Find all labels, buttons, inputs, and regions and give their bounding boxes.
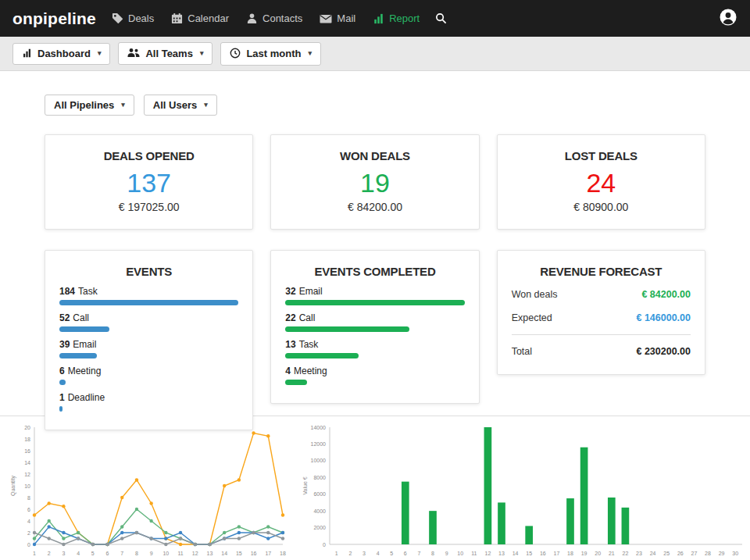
forecast-total-row: Total € 230200.00 [512, 340, 691, 363]
svg-text:12: 12 [24, 472, 30, 477]
svg-text:6: 6 [404, 551, 407, 556]
search-button[interactable] [435, 12, 447, 24]
event-bar [285, 326, 409, 332]
event-type: Task [299, 339, 319, 350]
calendar-icon [171, 12, 183, 24]
events-card: EVENTS 184Task 52Call 39Email 6Meeting [45, 250, 253, 430]
forecast-value: € 84200.00 [641, 289, 691, 300]
svg-text:1: 1 [335, 551, 338, 556]
event-type: Meeting [68, 366, 102, 376]
svg-text:23: 23 [637, 551, 643, 556]
svg-text:11: 11 [177, 551, 183, 556]
svg-text:9: 9 [445, 551, 448, 556]
svg-text:15: 15 [527, 551, 533, 556]
nav-item-deals[interactable]: Deals [112, 12, 154, 24]
svg-text:17: 17 [554, 551, 560, 556]
event-count: 6 [59, 366, 65, 376]
svg-text:25: 25 [664, 551, 670, 556]
svg-text:24: 24 [650, 551, 656, 556]
svg-text:10: 10 [458, 551, 464, 556]
nav-label: Deals [128, 12, 154, 24]
event-type: Call [299, 312, 316, 323]
svg-text:18: 18 [24, 437, 30, 442]
nav-item-report[interactable]: Report [373, 12, 420, 24]
svg-text:17: 17 [265, 551, 271, 556]
event-type: Task [78, 286, 98, 297]
forecast-value: € 146000.00 [636, 312, 691, 323]
event-label: 4Meeting [285, 366, 464, 377]
chevron-down-icon: ▾ [204, 102, 208, 109]
event-row-meeting: 4Meeting [285, 366, 464, 385]
event-bar [59, 353, 97, 358]
event-bar [59, 380, 66, 385]
event-count: 1 [59, 392, 65, 403]
event-bar [59, 326, 109, 332]
svg-text:4: 4 [27, 519, 30, 524]
svg-text:14000: 14000 [311, 425, 327, 430]
stat-cards-row: DEALS OPENED 137 € 197025.00 WON DEALS 1… [45, 134, 705, 230]
svg-text:6000: 6000 [314, 491, 327, 497]
chevron-down-icon: ▾ [121, 102, 125, 109]
event-label: 32Email [285, 286, 464, 298]
svg-text:6: 6 [27, 507, 30, 512]
svg-text:3: 3 [62, 551, 65, 556]
svg-text:11: 11 [472, 551, 477, 556]
svg-text:20: 20 [24, 425, 30, 430]
nav-item-contacts[interactable]: Contacts [246, 12, 302, 24]
nav-item-calendar[interactable]: Calendar [171, 12, 229, 24]
filter-bar: Dashboard ▾ All Teams ▾ Last month ▾ [0, 37, 750, 71]
dashboard-button-label: Dashboard [38, 48, 91, 59]
svg-text:26: 26 [677, 551, 684, 556]
event-label: 184Task [59, 286, 238, 298]
svg-text:2: 2 [27, 530, 30, 536]
event-label: 13Task [285, 339, 464, 351]
event-type: Deadline [68, 392, 105, 403]
account-button[interactable] [719, 8, 738, 30]
svg-text:10000: 10000 [311, 458, 327, 463]
events-completed-card: EVENTS COMPLETED 32Email 22Call 13Task 4… [270, 250, 479, 404]
svg-text:22: 22 [623, 551, 629, 556]
forecast-total-label: Total [512, 346, 532, 357]
event-type: Meeting [294, 366, 327, 376]
card-title: WON DEALS [285, 149, 464, 162]
svg-text:2: 2 [349, 551, 352, 556]
app-logo[interactable]: onpipeline [12, 9, 96, 28]
svg-text:8: 8 [27, 495, 30, 501]
svg-text:6: 6 [106, 551, 109, 556]
teams-icon [127, 48, 140, 59]
event-count: 39 [59, 339, 70, 350]
svg-text:18: 18 [568, 551, 574, 556]
all-users-button[interactable]: All Users ▾ [144, 95, 217, 116]
stat-amount: € 84200.00 [285, 201, 464, 213]
svg-text:2000: 2000 [314, 525, 327, 530]
forecast-total-value: € 230200.00 [636, 346, 691, 357]
svg-text:30: 30 [733, 551, 739, 556]
card-title: DEALS OPENED [59, 149, 238, 162]
nav-item-mail[interactable]: Mail [320, 12, 355, 24]
card-title: LOST DEALS [512, 149, 691, 162]
dashboard-content: All Pipelines ▾ All Users ▾ DEALS OPENED… [0, 71, 750, 416]
events-completed-list: 32Email 22Call 13Task 4Meeting [285, 286, 464, 385]
summary-cards-row: EVENTS 184Task 52Call 39Email 6Meeting [45, 250, 705, 430]
svg-text:12: 12 [485, 551, 491, 556]
account-icon [719, 8, 738, 30]
dashboard-button[interactable]: Dashboard ▾ [12, 43, 110, 65]
stat-card-won-deals: WON DEALS 19 € 84200.00 [270, 134, 479, 230]
main-nav: Deals Calendar Contacts Mail Report [112, 12, 420, 24]
event-label: 6Meeting [59, 366, 238, 377]
stat-value: 19 [285, 167, 464, 199]
top-navbar: onpipeline Deals Calendar Contacts Mail … [0, 0, 750, 37]
event-label: 39Email [59, 339, 238, 351]
svg-text:21: 21 [609, 551, 615, 556]
svg-text:14: 14 [221, 551, 227, 556]
last-month-button[interactable]: Last month ▾ [220, 42, 321, 66]
search-icon [435, 12, 447, 24]
svg-text:27: 27 [691, 551, 698, 556]
stat-card-deals-opened: DEALS OPENED 137 € 197025.00 [45, 134, 253, 230]
all-pipelines-button[interactable]: All Pipelines ▾ [45, 95, 134, 116]
all-teams-button[interactable]: All Teams ▾ [118, 42, 212, 65]
event-label: 22Call [285, 312, 464, 324]
svg-text:10: 10 [24, 483, 30, 489]
all-teams-button-label: All Teams [145, 48, 192, 59]
forecast-row-won: Won deals € 84200.00 [512, 283, 691, 306]
